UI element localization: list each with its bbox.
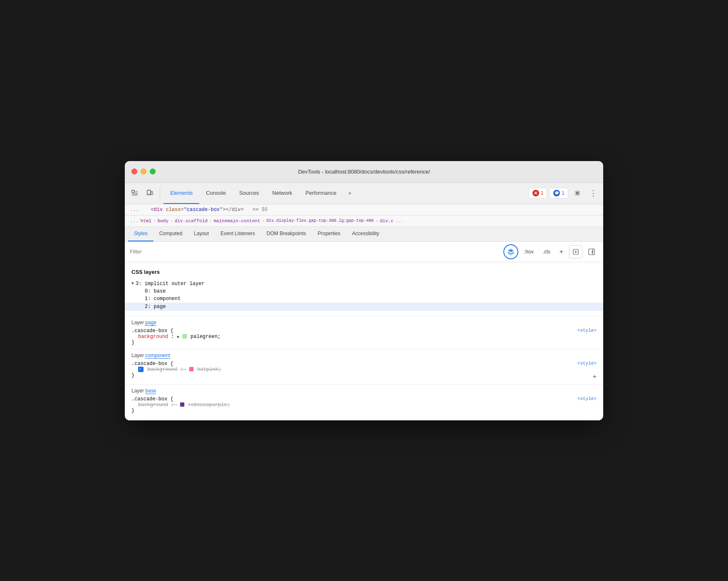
filter-input[interactable] — [130, 248, 500, 255]
rule-value-component[interactable]: hotpink; — [197, 367, 221, 372]
minimize-button[interactable] — [141, 169, 146, 174]
rule-source-page[interactable]: <style> — [577, 328, 597, 333]
rule-selector-component: .cascade-box { — [131, 361, 597, 367]
rule-body-component: background :→ hotpink; — [131, 367, 597, 372]
add-property-button[interactable]: + — [592, 373, 597, 381]
toolbar-right: ✕ 1 💬 1 ⋮ — [529, 186, 600, 200]
inspect-element-button[interactable] — [128, 186, 141, 200]
rule-block-base: <style> .cascade-box { background :→ reb… — [131, 396, 597, 414]
maximize-button[interactable] — [150, 169, 156, 174]
error-icon: ✕ — [532, 190, 539, 196]
subtab-dom-breakpoints[interactable]: DOM Breakpoints — [261, 227, 312, 241]
property-checkbox-component[interactable] — [138, 367, 144, 372]
layer-component-label: Layer component — [131, 353, 597, 358]
styles-panel-content: CSS layers ▼ 3: implicit outer layer 0: … — [125, 262, 603, 420]
triangle-icon: ▼ — [131, 281, 134, 286]
rule-block-page: <style> .cascade-box { background : ▶ pa… — [131, 328, 597, 345]
rule-prop-component[interactable]: background — [147, 367, 177, 372]
error-count: 1 — [541, 190, 544, 196]
rule-body-base: background :→ rebeccapurple; — [131, 402, 597, 408]
settings-button[interactable] — [571, 186, 584, 200]
rule-prop-page[interactable]: background — [138, 334, 168, 340]
svg-point-3 — [149, 194, 149, 195]
rule-block-component: <style> .cascade-box { background :→ hot… — [131, 361, 597, 381]
color-swatch-component[interactable] — [189, 367, 193, 371]
color-swatch-base[interactable] — [180, 402, 184, 407]
toolbar-divider — [160, 188, 160, 198]
device-toolbar-button[interactable] — [143, 186, 156, 200]
filter-bar: :hov .cls + — [125, 242, 603, 262]
subtab-layout[interactable]: Layout — [188, 227, 215, 241]
message-badge-button[interactable]: 💬 1 — [550, 188, 568, 199]
layer-tree-item-page[interactable]: 2: page — [125, 303, 603, 311]
more-tabs-button[interactable]: » — [343, 186, 357, 200]
subtab-event-listeners[interactable]: Event Listeners — [215, 227, 261, 241]
subtab-computed[interactable]: Computed — [154, 227, 188, 241]
rule-close-base: } — [131, 408, 597, 414]
layer-page-label: Layer page — [131, 320, 597, 325]
rule-value-page[interactable]: palegreen; — [191, 334, 220, 340]
devtools-toolbar: Elements Console Sources Network Perform… — [125, 183, 603, 204]
traffic-lights — [131, 169, 156, 174]
window-title: DevTools - localhost:8080/docs/devtools/… — [298, 169, 430, 175]
titlebar: DevTools - localhost:8080/docs/devtools/… — [125, 161, 603, 183]
tab-sources[interactable]: Sources — [233, 183, 266, 204]
message-icon: 💬 — [553, 190, 560, 196]
message-count: 1 — [562, 190, 565, 196]
color-swatch-page[interactable] — [183, 334, 187, 338]
tab-network[interactable]: Network — [266, 183, 299, 204]
tab-console[interactable]: Console — [199, 183, 233, 204]
element-path-bar: ... html › body › div.scaffold › main#ma… — [125, 216, 603, 227]
layer-tree-item-base[interactable]: 0: base — [131, 288, 597, 295]
toggle-sidebar-button[interactable] — [585, 245, 598, 258]
subtab-accessibility[interactable]: Accessibility — [346, 227, 385, 241]
close-button[interactable] — [131, 169, 137, 174]
arrow-icon-page[interactable]: ▶ — [177, 335, 180, 339]
subtab-properties[interactable]: Properties — [312, 227, 347, 241]
section-divider-3 — [125, 384, 603, 385]
error-badge-button[interactable]: ✕ 1 — [529, 188, 547, 199]
layer-base-label: Layer base — [131, 388, 597, 394]
rule-source-base[interactable]: <style> — [577, 396, 597, 401]
parent-layer-label: 3: implicit outer layer — [136, 281, 205, 287]
dom-breadcrumb-bar: ... <div class="cascade-box"></div> == $… — [125, 204, 603, 216]
more-options-button[interactable]: ⋮ — [587, 186, 600, 200]
rule-close-page: } — [131, 340, 597, 345]
rule-value-base[interactable]: rebeccapurple; — [188, 402, 230, 408]
toolbar-tabs: Elements Console Sources Network Perform… — [163, 183, 527, 204]
add-style-rule-button[interactable]: + — [556, 246, 567, 257]
layer-tree-parent[interactable]: ▼ 3: implicit outer layer — [131, 280, 597, 288]
layer-tree-item-component[interactable]: 1: component — [131, 295, 597, 303]
layer-component-link[interactable]: component — [145, 353, 170, 359]
svg-rect-0 — [132, 190, 134, 193]
css-layers-button[interactable] — [503, 244, 518, 259]
tab-elements[interactable]: Elements — [163, 183, 199, 204]
rule-prop-base[interactable]: background — [138, 402, 168, 408]
layer-tree: ▼ 3: implicit outer layer 0: base 1: com… — [131, 280, 597, 311]
tab-performance[interactable]: Performance — [299, 183, 343, 204]
rule-body-page: background : ▶ palegreen; — [131, 334, 597, 340]
layer-page-link[interactable]: page — [145, 320, 156, 326]
rule-selector-page: .cascade-box { — [131, 328, 597, 334]
layer-base-link[interactable]: base — [145, 388, 156, 394]
section-divider-1 — [125, 316, 603, 316]
hov-button[interactable]: :hov — [521, 247, 537, 256]
cls-button[interactable]: .cls — [540, 247, 554, 256]
subtab-styles[interactable]: Styles — [128, 227, 154, 241]
devtools-window: DevTools - localhost:8080/docs/devtools/… — [125, 161, 603, 420]
rule-source-component[interactable]: <style> — [577, 361, 597, 366]
svg-rect-5 — [589, 249, 594, 255]
section-divider-2 — [125, 349, 603, 349]
rule-close-component: } + — [131, 372, 597, 381]
css-layers-title: CSS layers — [131, 267, 597, 277]
new-style-rule-button[interactable] — [569, 245, 582, 258]
filter-actions: :hov .cls + — [503, 244, 598, 259]
rule-selector-base: .cascade-box { — [131, 396, 597, 402]
svg-rect-2 — [151, 191, 153, 195]
subtabs-bar: Styles Computed Layout Event Listeners D… — [125, 227, 603, 242]
